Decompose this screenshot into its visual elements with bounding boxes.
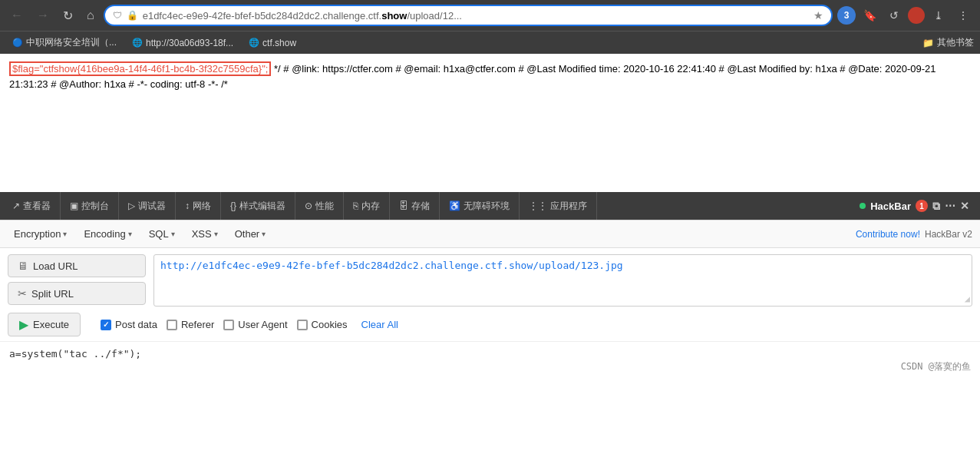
memory-label: 内存 <box>361 200 380 213</box>
post-data-checkbox[interactable] <box>101 320 111 330</box>
tab-style-editor[interactable]: {} 样式编辑器 <box>221 192 295 220</box>
encoding-menu-btn[interactable]: Encoding ▾ <box>78 225 137 243</box>
contribute-link[interactable]: Contribute now! <box>856 229 920 240</box>
split-url-icon: ✂ <box>18 287 27 300</box>
referer-checkbox-item[interactable]: Referer <box>167 319 214 330</box>
split-url-label: Split URL <box>31 288 74 300</box>
more-menu-icon[interactable]: ⋮ <box>952 5 974 26</box>
shield-icon: 🛡 <box>113 10 122 21</box>
tab-application[interactable]: ⋮⋮ 应用程序 <box>520 192 597 220</box>
address-url-dimmed: e1dfc4ec-e9e9-42fe-bfef-b5dc284d2dc2.cha… <box>143 10 382 22</box>
network-icon: ↕ <box>185 200 190 211</box>
load-url-label: Load URL <box>33 260 78 272</box>
console-label: 控制台 <box>81 200 109 213</box>
output-text: a=system("tac ../f*"); <box>9 348 141 360</box>
debugger-icon: ▷ <box>128 200 135 211</box>
load-url-button[interactable]: 🖥 Load URL <box>8 254 146 277</box>
cookies-checkbox[interactable] <box>297 320 308 330</box>
star-button[interactable]: ★ <box>813 9 823 22</box>
hackbar-url-display[interactable]: http://e1dfc4ec-e9e9-42fe-bfef-b5dc284d2… <box>153 254 972 307</box>
hackbar-side-buttons: 🖥 Load URL ✂ Split URL <box>8 254 146 305</box>
tab-debugger[interactable]: ▷ 调试器 <box>119 192 176 220</box>
undo-icon[interactable]: ↺ <box>883 5 905 26</box>
user-agent-checkbox[interactable] <box>223 320 234 330</box>
refresh-button[interactable]: ↻ <box>58 5 78 26</box>
performance-label: 性能 <box>315 200 334 213</box>
sql-menu-btn[interactable]: SQL ▾ <box>143 225 181 243</box>
tab-memory[interactable]: ⎘ 内存 <box>344 192 390 220</box>
tab-network[interactable]: ↕ 网络 <box>176 192 221 220</box>
clear-all-button[interactable]: Clear All <box>357 317 403 332</box>
referer-checkbox[interactable] <box>167 320 177 330</box>
post-data-checkbox-item[interactable]: Post data <box>101 319 157 330</box>
performance-icon: ⊙ <box>305 200 312 211</box>
application-icon: ⋮⋮ <box>529 200 547 211</box>
storage-icon: 🗄 <box>399 200 408 211</box>
split-url-button[interactable]: ✂ Split URL <box>8 282 146 305</box>
account-icon[interactable]: 3 <box>837 6 856 25</box>
tab-performance[interactable]: ⊙ 性能 <box>295 192 344 220</box>
tab-inspector[interactable]: ↗ 查看器 <box>3 192 61 220</box>
encryption-arrow: ▾ <box>63 230 67 238</box>
bookmark-icon-1: 🔵 <box>12 38 23 48</box>
user-agent-checkbox-item[interactable]: User Agent <box>223 319 287 330</box>
bookmark-icon-2: 🌐 <box>132 38 143 48</box>
other-bookmarks-icon: 📁 <box>922 38 934 48</box>
bookmark-extensions-icon[interactable]: 🔖 <box>859 5 880 26</box>
red-circle-icon[interactable] <box>908 7 925 24</box>
tab-console[interactable]: ▣ 控制台 <box>61 192 119 220</box>
debugger-label: 调试器 <box>138 200 166 213</box>
tab-accessibility[interactable]: ♿ 无障碍环境 <box>440 192 520 220</box>
back-button[interactable]: ← <box>6 5 28 25</box>
execute-label: Execute <box>33 319 69 330</box>
encryption-menu-btn[interactable]: Encryption ▾ <box>8 225 73 243</box>
browser-chrome: ← → ↻ ⌂ 🛡 🔒 e1dfc4ec-e9e9-42fe-bfef-b5dc… <box>0 0 980 54</box>
hackbar-copy-icon: ⧉ <box>932 200 940 213</box>
address-url-domain: show <box>381 10 407 22</box>
cookies-label: Cookies <box>312 319 348 330</box>
forward-button[interactable]: → <box>32 5 54 25</box>
home-button[interactable]: ⌂ <box>82 5 99 25</box>
xss-menu-btn[interactable]: XSS ▾ <box>186 225 224 243</box>
url-value-text: http://e1dfc4ec-e9e9-42fe-bfef-b5dc284d2… <box>160 260 623 271</box>
xss-label: XSS <box>192 228 212 240</box>
accessibility-icon: ♿ <box>449 200 460 211</box>
sql-label: SQL <box>149 228 169 240</box>
load-url-icon: 🖥 <box>18 260 28 272</box>
application-label: 应用程序 <box>550 200 587 213</box>
memory-icon: ⎘ <box>353 200 358 211</box>
execute-button[interactable]: ▶ Execute <box>8 313 81 336</box>
hackbar-label: HackBar <box>870 200 911 212</box>
other-menu-btn[interactable]: Other ▾ <box>229 225 272 243</box>
hackbar-toolbar: Encryption ▾ Encoding ▾ SQL ▾ XSS ▾ Othe… <box>0 220 980 248</box>
encoding-label: Encoding <box>84 228 125 240</box>
address-bar[interactable]: 🛡 🔒 e1dfc4ec-e9e9-42fe-bfef-b5dc284d2dc2… <box>104 5 833 26</box>
bookmark-item-2[interactable]: 🌐 http://30a06d93-18f... <box>126 35 239 51</box>
bookmark-label-3: ctf.show <box>262 38 296 48</box>
user-agent-label: User Agent <box>238 319 287 330</box>
address-url-end: /upload/12... <box>407 10 462 22</box>
bookmark-label-2: http://30a06d93-18f... <box>146 38 233 48</box>
encoding-arrow: ▾ <box>128 230 132 238</box>
hackbar-tab[interactable]: HackBar 1 ⧉ ⋯ ✕ <box>852 192 977 220</box>
lock-icon: 🔒 <box>127 10 138 21</box>
hackbar-url-section: 🖥 Load URL ✂ Split URL http://e1dfc4ec-e… <box>0 248 980 313</box>
download-icon[interactable]: ⤓ <box>928 5 949 26</box>
post-data-label: Post data <box>115 319 157 330</box>
resize-handle: ◢ <box>965 293 970 304</box>
hackbar-close-icon[interactable]: ✕ <box>960 200 969 212</box>
csdn-watermark: CSDN @落寞的鱼 <box>901 360 971 373</box>
hackbar-more-icon[interactable]: ⋯ <box>945 200 955 212</box>
bookmark-item-3[interactable]: 🌐 ctf.show <box>243 35 302 51</box>
devtools: ↗ 查看器 ▣ 控制台 ▷ 调试器 ↕ 网络 {} 样式编辑器 ⊙ 性能 <box>0 192 980 454</box>
devtools-tabs: ↗ 查看器 ▣ 控制台 ▷ 调试器 ↕ 网络 {} 样式编辑器 ⊙ 性能 <box>0 192 980 220</box>
execute-options-row: ▶ Execute Post data Referer User Agent <box>0 313 980 341</box>
other-bookmarks[interactable]: 📁 其他书签 <box>922 36 974 49</box>
console-icon: ▣ <box>70 200 78 211</box>
cookies-checkbox-item[interactable]: Cookies <box>297 319 348 330</box>
hackbar-indicator <box>860 203 866 209</box>
hackbar-output: a=system("tac ../f*"); CSDN @落寞的鱼 <box>0 341 980 379</box>
execute-icon: ▶ <box>19 317 28 332</box>
tab-storage[interactable]: 🗄 存储 <box>390 192 440 220</box>
bookmark-item-1[interactable]: 🔵 中职网络安全培训（... <box>6 34 123 51</box>
